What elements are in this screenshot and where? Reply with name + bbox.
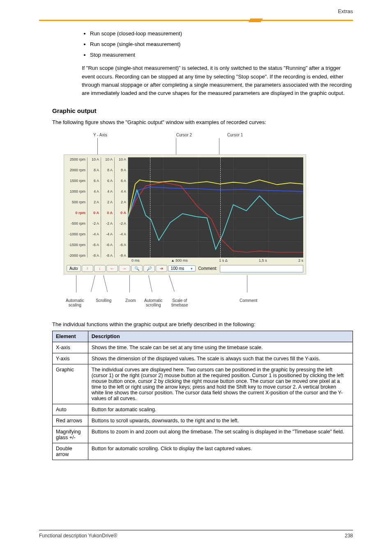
scope-plot-area[interactable] [128,157,303,258]
x-axis-ticks: 0 ms ▲ 500 ms 1 s Δ 1,5 s 2 s [131,258,303,263]
paragraph: If "Run scope (single-shot measurement)”… [82,64,353,97]
table-header: Description [88,331,353,342]
header-rule [39,20,353,22]
section-heading: Graphic output [52,107,353,114]
table-row: Double arrowButton for automatic scrolli… [53,443,353,460]
annot-autoscroll: Automatic scrolling [144,298,162,307]
scroll-up-button[interactable]: ↑ [82,265,93,272]
auto-scroll-button[interactable]: ➔ [156,265,167,272]
annot-scrolling: Scrolling [96,298,111,303]
comment-input[interactable] [220,265,304,272]
bullet-item: Run scope (closed-loop measurement) [90,30,353,38]
annot-timebase: Scale of timebase [171,298,188,307]
scroll-down-button[interactable]: ↓ [94,265,106,272]
scroll-left-button[interactable]: ← [106,265,118,272]
annot-zoom: Zoom [125,298,136,303]
page-footer: Functional description YukonDrive® 238 [39,530,353,539]
auto-scale-button[interactable]: Auto [67,265,81,272]
scope-toolbar: Auto ↑ ↓ ← → 🔍 🔎 ➔ 100 ms▾ Comment: [67,265,303,272]
cursor-1[interactable] [220,157,221,258]
bullet-list: Run scope (closed-loop measurement) Run … [82,30,353,59]
comment-label: Comment: [198,266,217,271]
timebase-select[interactable]: 100 ms▾ [168,265,196,272]
scope-figure: Y - Axis Cursor 2 Cursor 1 2500 rpm2000 … [64,133,306,309]
cursor-2[interactable] [150,157,150,258]
description-table: Element Description X-axisShows the time… [52,331,353,460]
table-row: X-axisShows the time. The scale can be s… [53,342,353,353]
paragraph: The following figure shows the "Graphic … [52,119,353,125]
footer-page-number: 238 [345,533,353,539]
bullet-item: Stop measurement [90,51,353,59]
chevron-down-icon: ▾ [191,267,193,271]
table-header: Element [53,331,88,342]
zoom-out-button[interactable]: 🔎 [143,265,155,272]
page-header-section: Extras [338,8,353,14]
y-axis-rpm: 2500 rpm2000 rpm1500 rpm1000 rpm500 rpm0… [67,157,88,258]
table-row: Red arrowsButtons to scroll upwards, dow… [53,415,353,426]
annot-cursor1: Cursor 1 [227,133,243,137]
footer-left: Functional description YukonDrive® [39,533,117,539]
y-axis-amp-1: 10 A8 A6 A4 A2 A0 A-2 A-4 A-6 A-8 A [88,157,101,258]
scroll-right-button[interactable]: → [119,265,130,272]
annot-yaxis: Y - Axis [93,133,107,137]
table-row: AutoButton for automatic scaling. [53,404,353,415]
table-row: Magnifying glass +/-Buttons to zoom in a… [53,426,353,443]
y-axis-amp-2: 10 A8 A6 A4 A2 A0 A-2 A-4 A-6 A-8 A [101,157,115,258]
table-row: GraphicThe individual curves are display… [53,364,353,404]
paragraph: The individual functions within the grap… [52,321,353,327]
annot-autoscale: Automatic scaling [66,298,84,307]
annot-comment: Comment [240,298,257,303]
y-axis-amp-3: 10 A8 A6 A4 A2 A0 A-2 A-4 A-6 A-8 A [115,157,128,258]
table-row: Y-axisShows the dimension of the display… [53,353,353,364]
zoom-in-button[interactable]: 🔍 [131,265,143,272]
bullet-item: Run scope (single-shot measurement) [90,40,353,48]
annot-cursor2: Cursor 2 [176,133,192,137]
